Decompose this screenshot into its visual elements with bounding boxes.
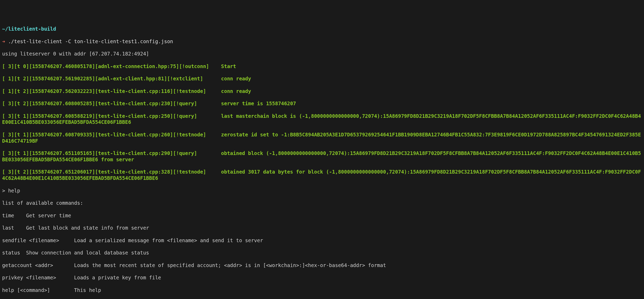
help-time: time Get server time xyxy=(2,213,642,219)
log-zerostate: [ 3][t 1][1558746207.608709335][test-lit… xyxy=(2,132,642,144)
help-last: last Get last block and state info from … xyxy=(2,225,642,231)
help-privkey: privkey <filename> Loads a private key f… xyxy=(2,275,642,281)
command-line[interactable]: ./test-lite-client -C ton-lite-client-te… xyxy=(8,38,173,44)
log-server-time: [ 3][t 2][1558746207.608005285][test-lit… xyxy=(2,101,642,107)
cwd-path: ~/liteclient-build xyxy=(2,26,56,32)
log-start: [ 3][t 0][1558746207.460805178][adnl-ext… xyxy=(2,63,642,70)
help-getaccount: getaccount <addr> Loads the most recent … xyxy=(2,262,642,269)
help-help: help [<command>] This help xyxy=(2,287,642,294)
log-obtained-block: [ 3][t 1][1558746207.651105165][test-lit… xyxy=(2,150,642,163)
liteserver-info: using liteserver 0 with addr [67.207.74.… xyxy=(2,51,642,57)
log-conn-ready-1: [ 1][t 2][1558746207.561902285][adnl-ext… xyxy=(2,76,642,82)
log-masterchain-block: [ 3][t 1][1558746207.608588219][test-lit… xyxy=(2,113,642,126)
help-sendfile: sendfile <filename> Load a serialized me… xyxy=(2,237,642,244)
repl-help-cmd[interactable]: > help xyxy=(2,188,642,194)
help-status: status Show connection and local databas… xyxy=(2,250,642,256)
log-conn-ready-2: [ 1][t 2][1558746207.562032223][test-lit… xyxy=(2,88,642,95)
prompt-arrow: ➜ xyxy=(2,38,5,44)
help-header: list of available commands: xyxy=(2,200,642,206)
log-obtained-bytes: [ 3][t 2][1558746207.651206017][test-lit… xyxy=(2,169,642,181)
